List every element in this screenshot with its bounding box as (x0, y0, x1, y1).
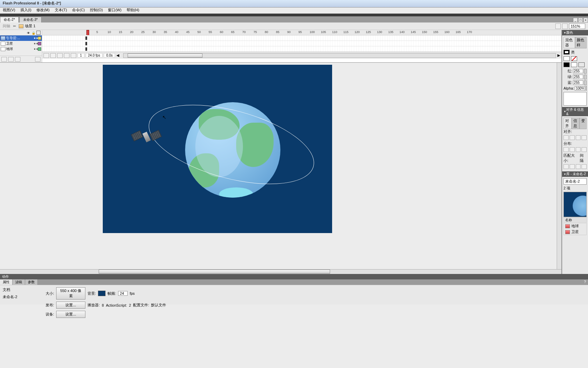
no-fill-swatch[interactable] (571, 56, 577, 61)
scene-name: 场景 1 (25, 24, 35, 29)
outline-icon[interactable] (36, 31, 40, 35)
framerate-input[interactable] (118, 291, 128, 296)
library-item-satellite[interactable]: 卫星 (564, 229, 586, 235)
size-button[interactable]: 550 x 400 像素 (56, 287, 85, 300)
properties-panel: 文档 未命名-2 大小: 550 x 400 像素 背景: 帧频: fps 发布… (0, 285, 588, 305)
menu-text[interactable]: 文本(T) (55, 8, 67, 12)
player-value: 8 (102, 303, 104, 307)
center-frame-button[interactable] (44, 53, 49, 58)
menu-window[interactable]: 窗口(W) (108, 8, 121, 12)
onion-markers-button[interactable] (71, 53, 76, 58)
actions-panel-header[interactable]: 动作 (0, 274, 588, 279)
library-item-earth[interactable]: 地球 (564, 223, 586, 229)
distribute-button[interactable] (564, 147, 569, 152)
menu-modify[interactable]: 修改(M) (36, 8, 50, 12)
symbol-icon (565, 224, 570, 228)
new-guide-button[interactable] (8, 57, 14, 62)
space-button[interactable] (582, 164, 587, 169)
layer-guide[interactable]: 引导层:... (0, 35, 42, 41)
playhead[interactable] (86, 30, 89, 35)
close-button[interactable]: × (583, 18, 588, 22)
mixer-tab[interactable]: 混色器 (564, 37, 575, 48)
stage-hscroll[interactable] (0, 269, 561, 274)
fps-label: fps (130, 291, 135, 295)
scene-bar: 间轴 ⬅ 场景 1 151% (0, 22, 588, 30)
onion-outline-button[interactable] (57, 53, 63, 58)
library-dropdown[interactable]: 未命名-2 (564, 178, 587, 185)
match-height-button[interactable] (570, 164, 575, 169)
onion-skin-button[interactable] (50, 53, 56, 58)
white-swatch[interactable] (571, 62, 577, 67)
lock-icon[interactable] (32, 31, 36, 35)
align-left-button[interactable] (564, 135, 569, 140)
distribute-button[interactable] (582, 147, 587, 152)
transform-tab[interactable]: 变 (579, 118, 587, 129)
device-settings-button[interactable]: 设置... (56, 311, 85, 318)
publish-settings-button[interactable]: 设置... (56, 302, 85, 309)
distribute-button[interactable] (576, 147, 581, 152)
align-tab[interactable]: 对齐 (564, 118, 572, 129)
stepper-icon[interactable] (584, 69, 587, 74)
maximize-button[interactable]: □ (578, 18, 583, 22)
match-width-button[interactable] (564, 164, 569, 169)
stepper-icon[interactable] (584, 80, 587, 85)
edit-symbol-icon[interactable] (562, 24, 568, 29)
black-swatch[interactable] (564, 62, 570, 67)
menu-insert[interactable]: 插入(I) (20, 8, 31, 12)
alpha-input[interactable] (575, 86, 585, 91)
new-folder-button[interactable] (15, 57, 20, 62)
stepper-icon[interactable] (584, 75, 587, 79)
nav-back-icon[interactable]: ⬅ (13, 24, 16, 28)
filters-tab[interactable]: 滤镜 (13, 279, 25, 285)
layer-satellite[interactable]: 卫星 (0, 41, 42, 46)
frame-ruler[interactable]: 5101520253035404550556065707580859095100… (42, 30, 561, 35)
info-tab[interactable]: 信息 (572, 118, 580, 129)
align-right-button[interactable] (576, 135, 581, 140)
new-layer-button[interactable] (1, 57, 7, 62)
menu-view[interactable]: 视图(V) (3, 8, 15, 12)
stage-vscroll[interactable] (557, 63, 561, 269)
library-name-column[interactable]: 名称 (564, 217, 586, 223)
delete-layer-button[interactable] (35, 57, 40, 62)
scroll-left-button[interactable]: ◀ (116, 53, 119, 58)
red-input[interactable] (573, 69, 583, 73)
align-panel-header[interactable]: 对齐 & 信息 & (562, 107, 588, 116)
edit-scene-icon[interactable] (555, 24, 561, 29)
bg-color-swatch[interactable] (98, 291, 105, 296)
params-tab[interactable]: 参数 (25, 279, 38, 285)
stage-canvas[interactable] (103, 65, 332, 233)
match-both-button[interactable] (576, 164, 581, 169)
eye-icon[interactable] (27, 31, 31, 35)
edit-multiple-button[interactable] (64, 53, 69, 58)
stepper-icon[interactable] (586, 86, 587, 91)
layer-color-earth (38, 47, 41, 51)
menu-command[interactable]: 命令(C) (72, 8, 85, 12)
align-top-button[interactable] (582, 135, 587, 140)
layer-earth[interactable]: 地球 (0, 46, 42, 52)
distribute-button[interactable] (570, 147, 575, 152)
type-label: 类 (571, 50, 575, 55)
green-input[interactable] (573, 75, 583, 79)
swatches-tab[interactable]: 颜色样 (575, 37, 587, 48)
doc-tab-1[interactable]: 命名-2* (0, 17, 19, 22)
color-panel-header[interactable]: 颜色 (562, 30, 588, 35)
zoom-input[interactable]: 151% (569, 24, 585, 29)
swap-colors-icon[interactable] (578, 62, 585, 67)
help-icon[interactable]: ? (582, 279, 588, 285)
align-hcenter-button[interactable] (570, 135, 575, 140)
stroke-color-swatch[interactable] (564, 50, 570, 55)
timeline: 引导层:... 卫星 地球 (0, 30, 561, 63)
doc-tab-2[interactable]: 未命名-3* (19, 17, 42, 22)
menu-help[interactable]: 帮助(H) (127, 8, 139, 12)
timeline-scrollbar[interactable] (123, 53, 556, 58)
match-label: 匹配大小: (564, 153, 578, 163)
blue-input[interactable] (573, 80, 583, 85)
fill-color-swatch[interactable] (564, 56, 570, 61)
menu-control[interactable]: 控制(O) (90, 8, 103, 12)
minimize-button[interactable]: _ (573, 18, 578, 22)
frames-area[interactable]: 5101520253035404550556065707580859095100… (42, 30, 561, 62)
scroll-right-button[interactable]: ▶ (557, 53, 560, 58)
layer-color-guide (38, 36, 41, 40)
library-panel-header[interactable]: 库 - 未命名-2 (562, 171, 588, 177)
properties-tab[interactable]: 属性 (0, 279, 13, 285)
